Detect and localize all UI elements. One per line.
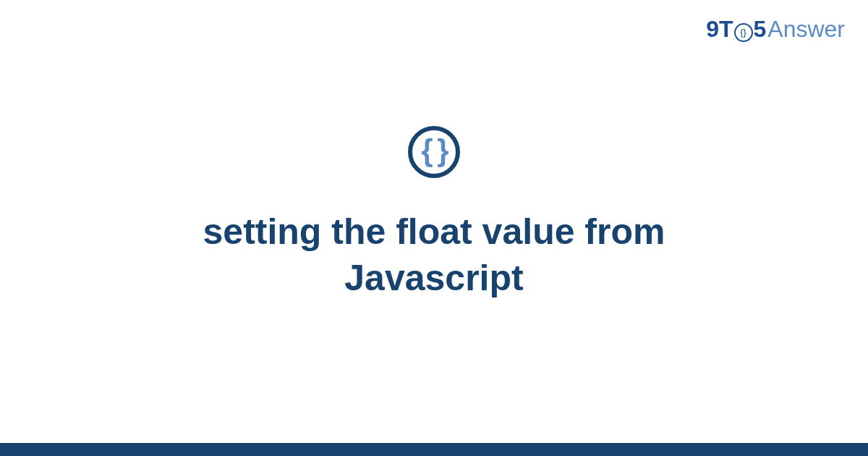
page-title: setting the float value from Javascript: [109, 208, 760, 301]
braces-icon: { }: [421, 135, 446, 166]
category-icon: { }: [408, 126, 460, 178]
main-content: { } setting the float value from Javascr…: [0, 0, 868, 456]
footer-accent-bar: [0, 443, 868, 456]
